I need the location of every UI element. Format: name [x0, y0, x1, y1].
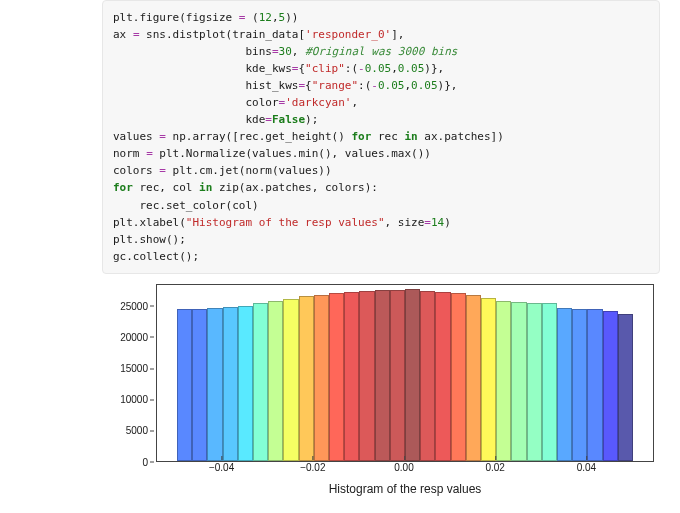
y-tick: 0	[142, 456, 148, 467]
histogram-bar	[344, 292, 359, 461]
bars-container	[157, 285, 653, 461]
x-tick: 0.00	[394, 462, 413, 473]
histogram-bar	[466, 295, 481, 461]
histogram-bar	[238, 306, 253, 461]
histogram-bar	[268, 301, 283, 461]
y-axis-ticks: 0500010000150002000025000	[102, 284, 152, 462]
histogram-bar	[511, 302, 526, 461]
histogram-bar	[435, 292, 450, 461]
histogram-bar	[557, 308, 572, 461]
histogram-bar	[329, 293, 344, 461]
histogram-bar	[223, 307, 238, 461]
histogram-bar	[405, 289, 420, 461]
histogram-bar	[375, 290, 390, 461]
histogram-bar	[542, 303, 557, 460]
histogram-bar	[527, 303, 542, 461]
histogram-bar	[314, 295, 329, 461]
chart-axes-frame	[156, 284, 654, 462]
y-tick: 5000	[126, 425, 148, 436]
histogram-bar	[420, 291, 435, 461]
code-cell[interactable]: plt.figure(figsize = (12,5)) ax = sns.di…	[102, 0, 660, 274]
y-tick: 10000	[120, 394, 148, 405]
x-axis-label: Histogram of the resp values	[156, 482, 654, 496]
x-tick: −0.02	[300, 462, 325, 473]
histogram-bar	[359, 291, 374, 461]
histogram-bar	[207, 308, 222, 461]
y-tick: 20000	[120, 331, 148, 342]
histogram-bar	[283, 299, 298, 461]
x-tick: −0.04	[209, 462, 234, 473]
histogram-bar	[192, 309, 207, 460]
histogram-bar	[496, 301, 511, 461]
x-tick: 0.02	[485, 462, 504, 473]
histogram-bar	[481, 298, 496, 460]
notebook-page: plt.figure(figsize = (12,5)) ax = sns.di…	[0, 0, 680, 513]
histogram-bar	[177, 309, 192, 460]
histogram-bar	[603, 311, 618, 460]
histogram-bar	[587, 309, 602, 460]
histogram-bar	[572, 309, 587, 461]
histogram-bar	[390, 290, 405, 460]
histogram-bar	[618, 314, 633, 460]
y-tick: 25000	[120, 300, 148, 311]
histogram-bar	[299, 296, 314, 460]
chart-output: 0500010000150002000025000 −0.04−0.020.00…	[102, 282, 660, 490]
y-tick: 15000	[120, 363, 148, 374]
x-tick: 0.04	[577, 462, 596, 473]
histogram-bar	[253, 303, 268, 460]
histogram-bar	[451, 293, 466, 460]
